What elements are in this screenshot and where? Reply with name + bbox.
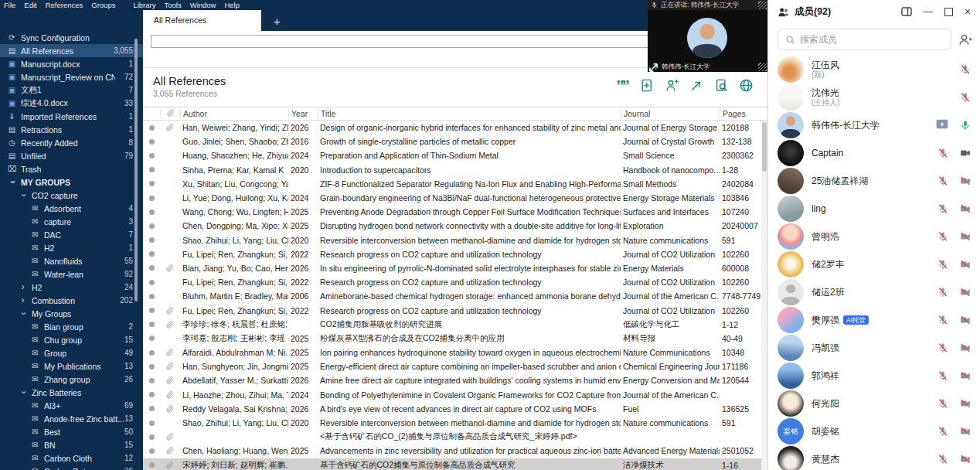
- mic-icon[interactable]: [937, 231, 948, 242]
- table-row[interactable]: Han, Sunghyeon; Jin, Jongmin; ... 2025 E…: [143, 359, 761, 373]
- citations-icon[interactable]: ””: [616, 80, 630, 92]
- camera-icon[interactable]: [960, 342, 971, 353]
- column-year[interactable]: Year: [288, 109, 318, 119]
- table-row[interactable]: Chen, Haoliang; Huang, Wenji... 2025 Adv…: [143, 444, 761, 458]
- sidebar-item[interactable]: Imported References 1: [0, 110, 143, 123]
- sidebar-item[interactable]: Chu group 15: [0, 333, 143, 346]
- sidebar-item[interactable]: All References 3,055: [0, 44, 143, 57]
- table-row[interactable]: Shao, Zhihui; Li, Yang; Liu, Che... 2020…: [143, 416, 761, 430]
- table-row[interactable]: Li, Yue; Dong, Huilong; Xu, Kan... 2024 …: [143, 191, 761, 205]
- mic-icon[interactable]: [937, 370, 948, 381]
- sidebar-item[interactable]: CO2 capture: [0, 189, 143, 202]
- sidebar-item[interactable]: BN 15: [0, 438, 143, 451]
- table-row[interactable]: 李珍珍; 徐冬; 杭晨哲; 杜庶铭;... CO2捕集用胺基吸收剂的研究进展 低…: [143, 318, 761, 332]
- member-row[interactable]: 冯凯强: [768, 334, 980, 362]
- menu-item[interactable]: File: [4, 1, 15, 9]
- table-row[interactable]: Guo, Jinlei; Shen, Shaobo; Zha... 2016 G…: [143, 135, 761, 148]
- member-row[interactable]: 何光阳: [768, 390, 980, 417]
- table-scrollbar[interactable]: [761, 121, 767, 470]
- member-row[interactable]: 25油储孟祥湖: [768, 167, 980, 195]
- camera-icon[interactable]: [960, 203, 971, 214]
- member-row[interactable]: 沈伟光 (主持人): [768, 83, 980, 111]
- camera-icon[interactable]: [960, 259, 971, 270]
- sidebar-item[interactable]: Retractions 1: [0, 123, 143, 136]
- member-row[interactable]: Captain: [768, 139, 980, 167]
- menu-item[interactable]: Groups: [91, 1, 115, 9]
- sidebar-item[interactable]: H2 24: [0, 281, 143, 294]
- table-scrollbar-thumb[interactable]: [762, 122, 767, 172]
- sidebar-item[interactable]: 综述4.0.docx 33: [0, 97, 143, 110]
- mic-icon[interactable]: [937, 148, 948, 158]
- meeting-video-overlay[interactable]: 正在讲话: 韩伟伟-长江大学 韩伟伟-长江大学: [648, 0, 767, 72]
- resize-grip-icon[interactable]: [758, 63, 767, 71]
- menu-item[interactable]: Window: [190, 1, 216, 9]
- column-read-status[interactable]: [143, 109, 160, 119]
- column-pages[interactable]: Pages: [720, 109, 761, 119]
- mic-icon[interactable]: [937, 315, 948, 325]
- menu-item[interactable]: Library: [133, 1, 155, 9]
- sidebar-item[interactable]: Trash: [0, 162, 143, 175]
- sidebar-item[interactable]: Combustion 202: [0, 294, 143, 307]
- table-row[interactable]: Han, Weiwei; Zhang, Yindi; Zh... 2026 De…: [143, 121, 761, 135]
- sidebar-item[interactable]: 文档1 7: [0, 83, 143, 97]
- menu-item[interactable]: Edit: [24, 1, 36, 9]
- table-row[interactable]: Wang, Chong; Wu, Lingfen; Ho... 2025 Pre…: [143, 205, 761, 219]
- menu-item[interactable]: Tools: [164, 1, 181, 9]
- new-tab-button[interactable]: +: [274, 12, 281, 31]
- close-icon[interactable]: ×: [965, 5, 971, 18]
- sidebar-item[interactable]: My Publications 13: [0, 359, 143, 373]
- add-reference-icon[interactable]: [640, 78, 655, 93]
- maximize-icon[interactable]: [944, 8, 953, 16]
- mic-icon[interactable]: [937, 398, 948, 409]
- menu-item[interactable]: Help: [224, 1, 240, 9]
- table-row[interactable]: Shao, Zhihui; Li, Yang; Liu, Che... 2020…: [143, 233, 761, 247]
- find-fulltext-icon[interactable]: [714, 78, 729, 93]
- camera-icon[interactable]: [960, 175, 971, 186]
- share-library-icon[interactable]: [665, 78, 679, 93]
- member-row[interactable]: ling: [768, 195, 980, 223]
- sidebar-item[interactable]: Zhang group 26: [0, 373, 143, 386]
- resize-grip-icon[interactable]: [758, 1, 767, 9]
- table-row[interactable]: Abdellatif, Yasser M.; Surkatti, ... 202…: [143, 373, 761, 387]
- camera-icon[interactable]: [960, 315, 971, 325]
- sidebar-item[interactable]: Nanofluids 55: [0, 254, 143, 267]
- sidebar-item[interactable]: My Groups: [0, 307, 143, 320]
- sidebar-item[interactable]: Recently Added 8: [0, 136, 143, 149]
- camera-icon[interactable]: [960, 370, 971, 381]
- member-row[interactable]: 曾明浩: [768, 223, 980, 250]
- mic-icon[interactable]: [937, 426, 948, 437]
- sidebar-item[interactable]: Zinc Batteries: [0, 386, 143, 399]
- sidebar-item[interactable]: Best 50: [0, 425, 143, 438]
- table-row[interactable]: Chen, Dongping; Ma, Xipo; Xu,... 2025 Di…: [143, 219, 761, 233]
- table-row[interactable]: Li, Haozhe; Zhou, Zihui; Ma, Ti... 2024 …: [143, 388, 761, 402]
- online-search-icon[interactable]: [739, 78, 754, 93]
- mic-icon[interactable]: [937, 259, 948, 270]
- table-row[interactable]: Sinha, Prerna; Kar, Kamal K 2020 Introdu…: [143, 163, 761, 177]
- mic-icon[interactable]: [960, 120, 971, 131]
- camera-icon[interactable]: [960, 454, 971, 465]
- table-row[interactable]: Fu, Lipei; Ren, Zhangkun; Si, W... 2022 …: [143, 303, 761, 317]
- camera-icon[interactable]: [960, 426, 971, 437]
- table-row[interactable]: Reddy Velagala, Sai Krishna; S... 2026 A…: [143, 402, 761, 416]
- minimize-icon[interactable]: —: [924, 6, 933, 17]
- member-row[interactable]: 黄慧杰: [768, 445, 980, 470]
- table-row[interactable]: Alfaraidi, Abdulrahman M; Ni... 2025 Ion…: [143, 346, 761, 359]
- mic-icon[interactable]: [937, 454, 948, 465]
- mic-icon[interactable]: [937, 203, 948, 214]
- mic-icon[interactable]: [937, 287, 948, 298]
- sidebar-scrollbar[interactable]: [134, 39, 138, 301]
- sidebar-item[interactable]: Bian group 2: [0, 320, 143, 333]
- column-title[interactable]: Title: [318, 109, 621, 119]
- sidebar-item[interactable]: Group 49: [0, 346, 143, 359]
- sidebar-item[interactable]: Anode-free Zinc batt... 13: [0, 412, 143, 425]
- sidebar-item[interactable]: Manuscript.docx 1: [0, 57, 143, 70]
- column-author[interactable]: Author: [180, 109, 288, 119]
- table-row[interactable]: 宋婷婷; 刘日新; 赵明辉; 崔鹏... 基于含钙矿石的CO2捕集与原位制备高品…: [143, 458, 761, 470]
- add-member-icon[interactable]: [958, 33, 972, 46]
- member-row[interactable]: 郭鸿祥: [768, 362, 980, 390]
- sidebar-item[interactable]: Unfiled 79: [0, 149, 143, 162]
- sidebar-item[interactable]: Water-lean 92: [0, 267, 143, 281]
- sidebar-item[interactable]: capture 3: [0, 215, 143, 228]
- member-row[interactable]: 江伍风 (我): [768, 56, 980, 83]
- export-icon[interactable]: [689, 78, 704, 93]
